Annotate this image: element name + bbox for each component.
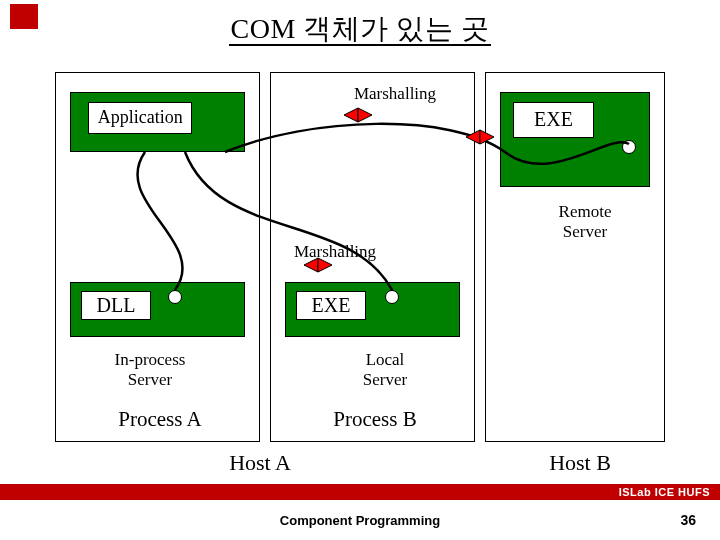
exe-local-node [385, 290, 399, 304]
footer-caption: Component Programming [0, 513, 720, 528]
exe-remote-node [622, 140, 636, 154]
application-label: Application [88, 102, 192, 133]
process-b-label: Process B [305, 407, 445, 432]
footer-bar: ISLab ICE HUFS [0, 484, 720, 500]
exe-local-label: EXE [296, 291, 365, 320]
host-a-label: Host A [200, 450, 320, 476]
exe-local-box: EXE [285, 282, 460, 337]
marshalling-top-label: Marshalling [340, 84, 450, 104]
remote-server-caption: Remote Server [525, 202, 645, 242]
host-b-label: Host B [520, 450, 640, 476]
footer-lab-text: ISLab ICE HUFS [619, 486, 710, 498]
dll-label: DLL [81, 291, 150, 320]
application-box: Application [70, 92, 245, 152]
page-number: 36 [680, 512, 696, 528]
dll-node [168, 290, 182, 304]
diagram-stage: Application DLL EXE EXE Marshalling Mars… [50, 62, 670, 457]
inprocess-caption: In-process Server [90, 350, 210, 390]
exe-remote-label: EXE [513, 102, 594, 137]
slide-title: COM 객체가 있는 곳 [0, 10, 720, 48]
dll-box: DLL [70, 282, 245, 337]
marshalling-mid-label: Marshalling [280, 242, 390, 262]
local-server-caption: Local Server [325, 350, 445, 390]
slide-title-text: COM 객체가 있는 곳 [229, 13, 492, 46]
process-a-label: Process A [90, 407, 230, 432]
